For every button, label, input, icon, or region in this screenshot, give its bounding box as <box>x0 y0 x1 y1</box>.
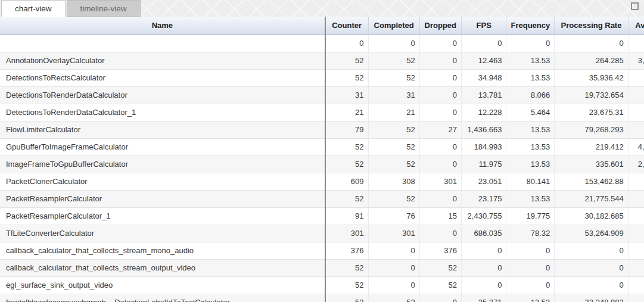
app-window: chart-view timeline-view NameCounterComp… <box>0 0 644 302</box>
cell-value: 42.238 <box>628 104 644 121</box>
cell-value: 52 <box>368 69 419 86</box>
table-row[interactable]: PacketResamplerCalculator5252023.17513.5… <box>0 190 644 207</box>
cell-value: 52 <box>368 121 419 138</box>
cell-value: 0 <box>555 276 628 294</box>
calculator-stats-table: NameCounterCompletedDroppedFPSFrequencyP… <box>0 17 644 302</box>
cell-value: 0 <box>419 155 461 173</box>
table-row[interactable]: PacketClonerCalculator60930830123.05180.… <box>0 173 644 190</box>
cell-value: 12.615 <box>628 121 644 138</box>
column-header-avg-time[interactable]: Avg Time <box>628 17 644 35</box>
cell-value: 33,248.982 <box>555 294 628 302</box>
cell-name: DetectionsToRenderDataCalculator_1 <box>0 104 325 121</box>
cell-value: 0 <box>419 294 461 302</box>
cell-value: 13.53 <box>506 121 555 138</box>
cell-name: PacketResamplerCalculator <box>0 190 325 207</box>
table-row[interactable]: DetectionsToRenderDataCalculator3131013.… <box>0 86 644 104</box>
tab-bar: chart-view timeline-view <box>0 0 644 17</box>
cell-value: 0 <box>419 225 461 242</box>
table-row[interactable]: PacketResamplerCalculator_19176152,430.7… <box>0 207 644 225</box>
column-header-fps[interactable]: FPS <box>461 17 506 35</box>
column-header-processing-rate[interactable]: Processing Rate <box>555 17 628 35</box>
column-header-name[interactable]: Name <box>0 17 325 35</box>
cell-name: GpuBufferToImageFrameCalculator <box>0 138 325 155</box>
popout-square-icon[interactable] <box>631 2 639 10</box>
cell-value: 0 <box>628 259 644 276</box>
cell-value: 0 <box>628 276 644 294</box>
table-row[interactable]: DetectionsToRectsCalculator5252034.94813… <box>0 69 644 86</box>
cell-value: 52 <box>368 52 419 69</box>
cell-name: egl_surface_sink_output_video <box>0 276 325 294</box>
cell-name: DetectionsToRectsCalculator <box>0 69 325 86</box>
cell-value: 23.051 <box>461 173 506 190</box>
tab-chart-view[interactable]: chart-view <box>1 0 66 17</box>
table-row[interactable]: egl_surface_sink_output_video520520000 <box>0 276 644 294</box>
cell-value: 335.601 <box>555 155 628 173</box>
cell-name <box>0 35 325 52</box>
column-header-frequency[interactable]: Frequency <box>506 17 555 35</box>
table-row[interactable]: callback_calculator_that_collects_stream… <box>0 242 644 259</box>
table-row[interactable]: DetectionsToRenderDataCalculator_1212101… <box>0 104 644 121</box>
cell-value: 52 <box>368 294 419 302</box>
cell-value: 0 <box>628 242 644 259</box>
cell-value: 264.285 <box>555 52 628 69</box>
cell-value: 21,775.544 <box>555 190 628 207</box>
cell-value: 0 <box>419 35 461 52</box>
cell-value: 27.827 <box>628 69 644 86</box>
cell-value: 0 <box>419 69 461 86</box>
column-header-counter[interactable]: Counter <box>325 17 368 35</box>
cell-value: 52 <box>325 190 368 207</box>
cell-value: 184.993 <box>461 138 506 155</box>
cell-value: 0 <box>628 35 644 52</box>
column-header-completed[interactable]: Completed <box>368 17 419 35</box>
cell-value: 31 <box>368 86 419 104</box>
table-row[interactable]: callback_calculator_that_collects_stream… <box>0 259 644 276</box>
cell-value: 12.228 <box>461 104 506 121</box>
cell-value: 0 <box>368 259 419 276</box>
cell-value: 308 <box>368 173 419 190</box>
cell-name: AnnotationOverlayCalculator <box>0 52 325 69</box>
cell-name: callback_calculator_that_collects_stream… <box>0 259 325 276</box>
tab-chart-view-label: chart-view <box>15 4 52 13</box>
cell-value: 13.53 <box>506 294 555 302</box>
cell-value: 0 <box>461 276 506 294</box>
cell-value: 50.677 <box>628 86 644 104</box>
table-row[interactable]: GpuBufferToImageFrameCalculator52520184.… <box>0 138 644 155</box>
cell-value: 52 <box>419 276 461 294</box>
table-row[interactable]: TfLiteConverterCalculator3013010686.0357… <box>0 225 644 242</box>
cell-name: TfLiteConverterCalculator <box>0 225 325 242</box>
cell-value: 52 <box>419 259 461 276</box>
cell-value: 0 <box>506 35 555 52</box>
cell-value: 0 <box>419 138 461 155</box>
cell-value: 53,264.909 <box>555 225 628 242</box>
cell-name: DetectionsToRenderDataCalculator <box>0 86 325 104</box>
cell-value: 76 <box>368 207 419 225</box>
cell-value: 4,557.635 <box>628 138 644 155</box>
tab-timeline-view[interactable]: timeline-view <box>67 0 141 17</box>
cell-value: 52 <box>325 138 368 155</box>
table-row[interactable]: AnnotationOverlayCalculator5252012.46313… <box>0 52 644 69</box>
cell-value: 2,430.755 <box>461 207 506 225</box>
cell-value: 52 <box>325 276 368 294</box>
cell-value: 376 <box>325 242 368 259</box>
cell-value: 6.516 <box>628 173 644 190</box>
cell-value: 52 <box>368 155 419 173</box>
cell-value: 0 <box>419 190 461 207</box>
table-row[interactable]: 0000000 <box>0 35 644 52</box>
cell-value: 1,436.663 <box>461 121 506 138</box>
cell-value: 13.53 <box>506 138 555 155</box>
cell-name: PacketClonerCalculator <box>0 173 325 190</box>
table-header-row: NameCounterCompletedDroppedFPSFrequencyP… <box>0 17 644 35</box>
cell-value: 23.175 <box>461 190 506 207</box>
table-row[interactable]: FlowLimiterCalculator7952271,436.66313.5… <box>0 121 644 138</box>
cell-value: 376 <box>419 242 461 259</box>
table-row[interactable]: frontalblazefacegpusubgraph__DetectionLa… <box>0 294 644 302</box>
table-row[interactable]: ImageFrameToGpuBufferCalculator5252011.9… <box>0 155 644 173</box>
cell-value: 52 <box>325 69 368 86</box>
column-header-dropped[interactable]: Dropped <box>419 17 461 35</box>
cell-value: 686.035 <box>461 225 506 242</box>
cell-value: 301 <box>419 173 461 190</box>
cell-value: 0 <box>419 52 461 69</box>
cell-value: 45.923 <box>628 190 644 207</box>
cell-value: 80.141 <box>506 173 555 190</box>
cell-value: 35,936.42 <box>555 69 628 86</box>
